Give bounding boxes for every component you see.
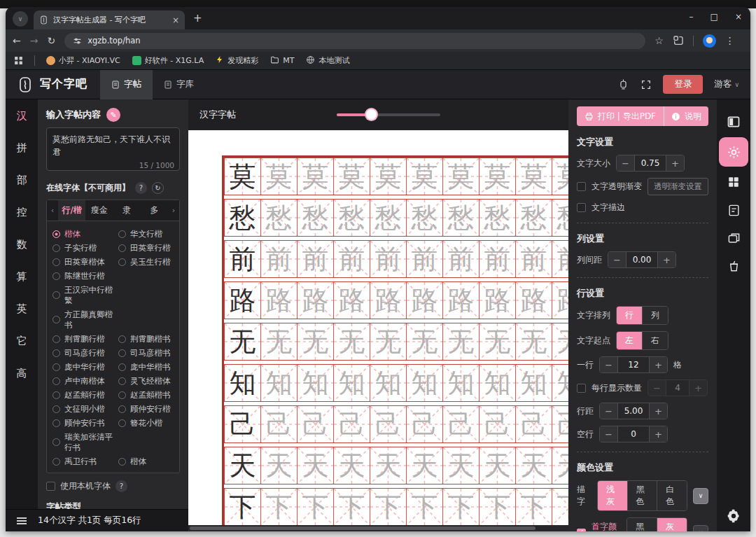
bookmark-item[interactable]: 本地测试 [306, 55, 349, 67]
copy-tool-button[interactable] [717, 224, 750, 252]
font-option[interactable]: 庞中华楷书 [118, 362, 171, 372]
font-option[interactable]: 簪花小楷 [118, 418, 162, 428]
font-option[interactable]: 卢中南楷体 [52, 376, 118, 386]
font-option[interactable]: 荆霄鹏楷书 [118, 334, 171, 344]
minus-icon[interactable]: − [617, 155, 634, 171]
scrollbar-thumb[interactable] [190, 526, 536, 530]
rail-item-高[interactable]: 高 [17, 367, 27, 380]
plus-icon[interactable]: + [658, 252, 676, 267]
first-char-option-灰色[interactable]: 灰色 [657, 518, 687, 531]
font-option[interactable]: 楷体 [118, 456, 146, 467]
help-icon[interactable]: ? [115, 480, 127, 492]
trace-color-option-浅灰[interactable]: 浅灰 [598, 481, 627, 510]
guest-menu[interactable]: 游客 ∨ [714, 78, 739, 90]
browser-tab[interactable]: 汉字字帖生成器 - 写个字吧 × [34, 11, 185, 29]
minus-icon[interactable]: − [600, 403, 617, 419]
first-char-checkbox[interactable] [577, 529, 586, 532]
trace-color-dropdown[interactable]: ∨ [693, 488, 708, 504]
origin-option-右[interactable]: 右 [642, 332, 668, 349]
reload-button[interactable]: ↻ [47, 35, 55, 46]
plus-icon[interactable]: + [650, 357, 667, 372]
profile-avatar[interactable] [703, 34, 716, 48]
tabs-left-arrow-icon[interactable]: ‹ [47, 206, 58, 215]
font-option[interactable]: 庞中华行楷 [52, 362, 118, 372]
bookmark-item[interactable]: 好软件 - X1G.LA [132, 55, 204, 67]
font-option[interactable]: 楷体 [52, 229, 118, 239]
rail-item-数[interactable]: 数 [17, 238, 27, 251]
maximize-button[interactable]: □ [710, 12, 718, 22]
font-option[interactable]: 赵孟頫行楷 [52, 390, 118, 400]
origin-option-左[interactable]: 左 [617, 332, 642, 349]
plus-icon[interactable]: + [666, 155, 684, 171]
collapse-menu-button[interactable] [6, 517, 38, 524]
font-option[interactable]: 田英章楷体 [52, 257, 118, 267]
font-option[interactable]: 王汉宗中行楷繁 [52, 285, 118, 306]
font-option[interactable]: 禹卫行书 [52, 456, 118, 467]
outline-checkbox[interactable] [577, 203, 586, 212]
minimize-button[interactable]: – [690, 12, 694, 22]
rail-item-英[interactable]: 英 [17, 302, 27, 316]
login-button[interactable]: 登录 [663, 75, 703, 94]
rail-item-控[interactable]: 控 [17, 206, 27, 219]
gradient-checkbox[interactable] [577, 182, 586, 191]
tab-groups-icon[interactable] [673, 35, 684, 46]
trace-color-option-黑色[interactable]: 黑色 [627, 481, 657, 510]
count-checkbox[interactable] [577, 384, 586, 393]
arrange-option-行[interactable]: 行 [617, 307, 642, 324]
help-icon[interactable]: ? [135, 182, 147, 194]
rail-item-汉[interactable]: 汉 [17, 109, 27, 123]
font-option[interactable]: 顾仲安行书 [52, 418, 118, 428]
tab-font-library[interactable]: 字库 [153, 70, 205, 99]
rail-item-部[interactable]: 部 [17, 174, 27, 187]
rail-item-拼[interactable]: 拼 [17, 141, 27, 155]
font-tab-多[interactable]: 多 [141, 200, 168, 221]
local-font-checkbox[interactable] [46, 482, 55, 491]
bookmark-item[interactable]: 小羿 - XIAOYI.VC [46, 55, 120, 67]
trace-color-option-白色[interactable]: 白色 [657, 481, 687, 510]
bookmark-star-icon[interactable]: ☆ [654, 35, 664, 46]
bookmark-item[interactable]: MT [270, 55, 294, 67]
address-bar[interactable]: xgzb.top/han [64, 33, 645, 49]
drink-tool-button[interactable] [717, 252, 750, 280]
close-button[interactable]: × [735, 12, 742, 22]
site-settings-icon[interactable] [73, 36, 82, 46]
back-button[interactable]: ← [13, 35, 21, 46]
fullscreen-icon[interactable] [640, 79, 652, 90]
refresh-icon[interactable]: ↻ [152, 182, 164, 194]
font-option[interactable]: 灵飞经楷体 [118, 376, 171, 386]
layout-button[interactable] [717, 108, 750, 136]
new-tab-button[interactable]: + [193, 12, 202, 25]
first-char-dropdown[interactable]: ∨ [693, 525, 708, 532]
tab-close-icon[interactable]: × [172, 15, 179, 25]
font-option[interactable]: 华文行楷 [118, 229, 162, 239]
horizontal-scrollbar[interactable] [188, 525, 568, 531]
bookmark-item[interactable]: 发现精彩 [216, 55, 258, 67]
settings-tool-button[interactable] [719, 137, 748, 167]
app-logo[interactable]: 写个字吧 [6, 76, 100, 93]
seal-icon[interactable] [617, 78, 629, 90]
font-option[interactable]: 文征明小楷 [52, 404, 118, 414]
tab-copybook[interactable]: 字帖 [100, 70, 153, 99]
font-option[interactable]: 吴玉生行楷 [118, 257, 171, 267]
arrange-option-列[interactable]: 列 [642, 307, 668, 324]
menu-icon[interactable]: ⋮ [725, 35, 735, 46]
grid-tool-button[interactable] [717, 168, 750, 196]
plus-icon[interactable]: + [650, 403, 667, 419]
font-option[interactable]: 方正颜真卿楷书 [52, 309, 118, 330]
plus-icon[interactable]: + [690, 380, 707, 396]
font-option[interactable]: 赵孟頫楷书 [118, 390, 171, 400]
forward-button[interactable]: → [30, 35, 38, 46]
minus-icon[interactable]: − [608, 252, 626, 267]
font-option[interactable]: 子实行楷 [52, 243, 118, 253]
minus-icon[interactable]: − [600, 357, 617, 372]
font-tab-瘦金[interactable]: 瘦金 [85, 200, 113, 221]
global-settings-button[interactable] [727, 509, 741, 523]
tabs-right-arrow-icon[interactable]: › [168, 206, 179, 215]
print-export-button[interactable]: 打印 | 导出PDF [577, 106, 664, 126]
first-char-option-黑色[interactable]: 黑色 [627, 518, 657, 531]
font-tab-隶[interactable]: 隶 [113, 200, 141, 221]
font-tab-行/楷[interactable]: 行/楷 [58, 200, 85, 221]
tab-search-button[interactable]: ∨ [13, 11, 28, 27]
minus-icon[interactable]: − [648, 380, 666, 396]
font-option[interactable]: 瑞美加张清平行书 [52, 432, 118, 453]
